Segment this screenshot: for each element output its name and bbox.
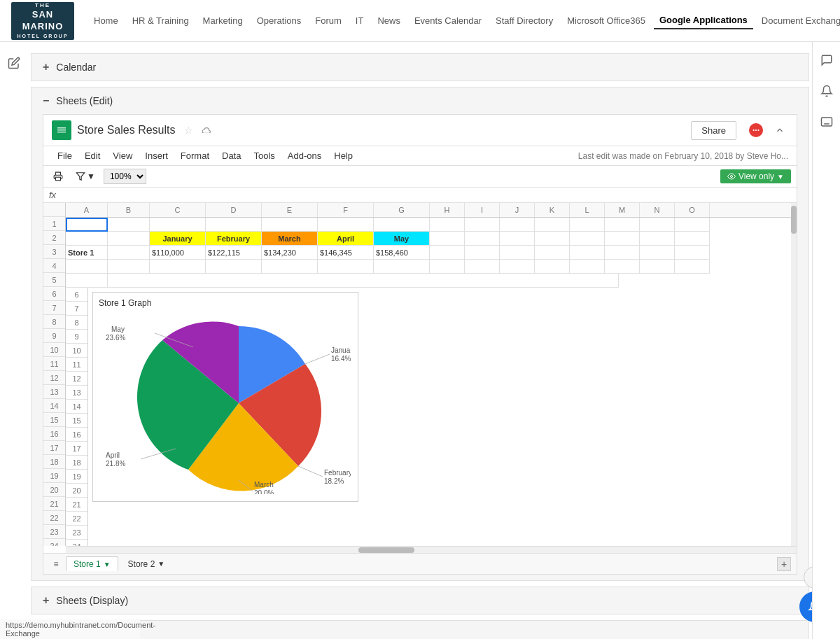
cell-G2[interactable]: May (374, 232, 430, 246)
sheets-edit-header[interactable]: − Sheets (Edit) (31, 87, 808, 114)
row-17[interactable]: 17 (43, 441, 65, 455)
menu-data[interactable]: Data (216, 148, 246, 164)
cell-L3[interactable] (570, 246, 605, 260)
cell-F2[interactable]: April (318, 232, 374, 246)
cell-O2[interactable] (675, 232, 710, 246)
cell-F4[interactable] (318, 260, 374, 274)
row-3[interactable]: 3 (43, 245, 65, 259)
formula-input[interactable] (62, 190, 791, 200)
nav-forum[interactable]: Forum (309, 13, 347, 29)
cell-H3[interactable] (430, 246, 465, 260)
edit-icon[interactable] (4, 53, 24, 73)
cell-O3[interactable] (675, 246, 710, 260)
cell-G3[interactable]: $158,460 (374, 246, 430, 260)
cell-I1[interactable] (465, 218, 500, 232)
row-6[interactable]: 6 (43, 287, 65, 301)
nav-staff-directory[interactable]: Staff Directory (490, 13, 559, 29)
cell-I2[interactable] (465, 232, 500, 246)
cell-A3[interactable]: Store 1 (66, 246, 108, 260)
cell-O4[interactable] (675, 260, 710, 274)
cell-C1[interactable] (150, 218, 206, 232)
filter-button[interactable]: ▼ (71, 169, 99, 183)
cell-J4[interactable] (500, 260, 535, 274)
print-button[interactable] (49, 169, 67, 183)
row-11[interactable]: 11 (43, 357, 65, 371)
sheet-tab-store1[interactable]: Store 1 ▼ (66, 556, 118, 571)
menu-format[interactable]: Format (175, 148, 215, 164)
scrollbar-thumb[interactable] (791, 206, 797, 234)
cell-G1[interactable] (374, 218, 430, 232)
row-15[interactable]: 15 (43, 413, 65, 427)
cell-M1[interactable] (605, 218, 640, 232)
cell-E2[interactable]: March (262, 232, 318, 246)
col-D[interactable]: D (206, 203, 262, 217)
col-A[interactable]: A (66, 203, 108, 217)
col-B[interactable]: B (108, 203, 150, 217)
cell-F3[interactable]: $146,345 (318, 246, 374, 260)
cell-D2[interactable]: February (206, 232, 262, 246)
sheets-display-section[interactable]: + Sheets (Display) (31, 587, 809, 615)
cell-I4[interactable] (465, 260, 500, 274)
cell-N3[interactable] (640, 246, 675, 260)
nav-home[interactable]: Home (88, 13, 124, 29)
cell-K2[interactable] (535, 232, 570, 246)
row-12[interactable]: 12 (43, 371, 65, 385)
star-icon[interactable]: ☆ (184, 125, 193, 136)
menu-tools[interactable]: Tools (248, 148, 280, 164)
nav-events[interactable]: Events Calendar (409, 13, 487, 29)
col-H[interactable]: H (430, 203, 465, 217)
cell-B3[interactable] (108, 246, 150, 260)
cell-C2[interactable]: January (150, 232, 206, 246)
col-N[interactable]: N (640, 203, 675, 217)
spreadsheet-collapse-button[interactable] (771, 122, 788, 139)
col-C[interactable]: C (150, 203, 206, 217)
menu-edit[interactable]: Edit (79, 148, 106, 164)
menu-view[interactable]: View (107, 148, 138, 164)
cell-C4[interactable] (150, 260, 206, 274)
nav-marketing[interactable]: Marketing (197, 13, 248, 29)
col-F[interactable]: F (318, 203, 374, 217)
view-only-button[interactable]: View only ▼ (720, 169, 791, 183)
col-E[interactable]: E (262, 203, 318, 217)
col-L[interactable]: L (570, 203, 605, 217)
cell-D4[interactable] (206, 260, 262, 274)
cell-N4[interactable] (640, 260, 675, 274)
col-M[interactable]: M (605, 203, 640, 217)
cell-H1[interactable] (430, 218, 465, 232)
row-4[interactable]: 4 (43, 259, 65, 273)
cell-H4[interactable] (430, 260, 465, 274)
row-19[interactable]: 19 (43, 469, 65, 483)
cell-O1[interactable] (675, 218, 710, 232)
col-O[interactable]: O (675, 203, 710, 217)
cell-K3[interactable] (535, 246, 570, 260)
sheet-menu-icon[interactable]: ≡ (49, 557, 63, 571)
col-I[interactable]: I (465, 203, 500, 217)
row-21[interactable]: 21 (43, 497, 65, 511)
row-1[interactable]: 1 (43, 217, 65, 231)
cell-L4[interactable] (570, 260, 605, 274)
col-K[interactable]: K (535, 203, 570, 217)
row-10[interactable]: 10 (43, 343, 65, 357)
h-scrollbar-thumb[interactable] (358, 547, 414, 553)
cell-E4[interactable] (262, 260, 318, 274)
zoom-select[interactable]: 100% (104, 169, 146, 184)
row-5[interactable]: 5 (43, 273, 65, 287)
cell-M4[interactable] (605, 260, 640, 274)
row-9[interactable]: 9 (43, 329, 65, 343)
cell-E3[interactable]: $134,230 (262, 246, 318, 260)
nav-operations[interactable]: Operations (251, 13, 307, 29)
keyboard-icon[interactable] (817, 112, 836, 132)
cell-H2[interactable] (430, 232, 465, 246)
nav-it[interactable]: IT (350, 13, 370, 29)
cell-A2[interactable] (66, 232, 108, 246)
cell-M2[interactable] (605, 232, 640, 246)
nav-ms-office[interactable]: Microsoft Office365 (561, 13, 651, 29)
logo[interactable]: THE SAN MARINO HOTEL GROUP (11, 2, 74, 40)
col-G[interactable]: G (374, 203, 430, 217)
cell-L1[interactable] (570, 218, 605, 232)
row-20[interactable]: 20 (43, 483, 65, 497)
cloud-icon[interactable] (202, 125, 211, 135)
bell-icon[interactable] (817, 81, 836, 101)
add-sheet-button[interactable]: + (777, 557, 791, 571)
cell-A1[interactable] (66, 218, 108, 232)
